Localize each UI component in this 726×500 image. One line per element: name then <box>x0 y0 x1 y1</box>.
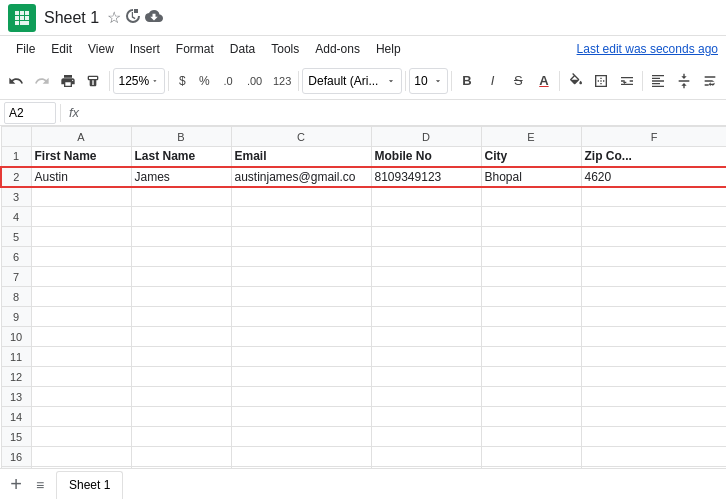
history-icon[interactable] <box>125 8 141 27</box>
cell[interactable] <box>371 287 481 307</box>
cell[interactable] <box>481 347 581 367</box>
cell[interactable] <box>231 367 371 387</box>
menu-data[interactable]: Data <box>222 39 263 59</box>
cell[interactable] <box>481 207 581 227</box>
undo-button[interactable] <box>4 68 29 94</box>
menu-help[interactable]: Help <box>368 39 409 59</box>
cell[interactable] <box>131 307 231 327</box>
cell[interactable]: James <box>131 167 231 187</box>
row-number[interactable]: 16 <box>1 447 31 467</box>
menu-insert[interactable]: Insert <box>122 39 168 59</box>
cell[interactable] <box>31 267 131 287</box>
cell[interactable] <box>371 187 481 207</box>
currency-button[interactable]: $ <box>172 68 193 94</box>
wrap-button[interactable] <box>697 68 722 94</box>
col-header-e[interactable]: E <box>481 127 581 147</box>
row-number[interactable]: 1 <box>1 147 31 167</box>
cell[interactable] <box>371 367 481 387</box>
cell[interactable] <box>231 447 371 467</box>
cell[interactable] <box>371 207 481 227</box>
borders-button[interactable] <box>589 68 614 94</box>
cell[interactable] <box>581 247 726 267</box>
cell[interactable] <box>231 227 371 247</box>
cell[interactable] <box>131 347 231 367</box>
cloud-save-icon[interactable] <box>145 7 163 28</box>
cell[interactable]: Email <box>231 147 371 167</box>
cell[interactable] <box>31 187 131 207</box>
cell[interactable] <box>231 187 371 207</box>
menu-format[interactable]: Format <box>168 39 222 59</box>
menu-addons[interactable]: Add-ons <box>307 39 368 59</box>
format-number-button[interactable]: 123 <box>269 68 296 94</box>
row-number[interactable]: 10 <box>1 327 31 347</box>
cell[interactable] <box>581 407 726 427</box>
add-sheet-button[interactable]: + <box>4 473 28 497</box>
cell[interactable] <box>481 227 581 247</box>
bold-button[interactable]: B <box>455 68 480 94</box>
row-number[interactable]: 11 <box>1 347 31 367</box>
cell[interactable] <box>31 347 131 367</box>
zoom-selector[interactable]: 125% <box>113 68 165 94</box>
cell[interactable] <box>481 327 581 347</box>
merge-cells-button[interactable] <box>615 68 640 94</box>
cell[interactable] <box>481 247 581 267</box>
cell[interactable] <box>581 347 726 367</box>
row-number[interactable]: 9 <box>1 307 31 327</box>
cell-reference[interactable]: A2 <box>4 102 56 124</box>
font-selector[interactable]: Default (Ari... <box>302 68 402 94</box>
cell[interactable] <box>131 267 231 287</box>
cell[interactable] <box>31 327 131 347</box>
cell[interactable] <box>131 227 231 247</box>
col-header-c[interactable]: C <box>231 127 371 147</box>
fill-color-button[interactable] <box>563 68 588 94</box>
row-number[interactable]: 15 <box>1 427 31 447</box>
cell[interactable] <box>231 307 371 327</box>
cell[interactable]: City <box>481 147 581 167</box>
cell[interactable]: First Name <box>31 147 131 167</box>
row-number[interactable]: 8 <box>1 287 31 307</box>
row-number[interactable]: 5 <box>1 227 31 247</box>
cell[interactable]: Austin <box>31 167 131 187</box>
row-number[interactable]: 12 <box>1 367 31 387</box>
cell[interactable] <box>231 247 371 267</box>
decimal-less-button[interactable]: .0 <box>216 68 241 94</box>
cell[interactable] <box>31 387 131 407</box>
cell[interactable] <box>581 367 726 387</box>
cell[interactable] <box>371 387 481 407</box>
row-number[interactable]: 2 <box>1 167 31 187</box>
cell[interactable] <box>481 387 581 407</box>
cell[interactable] <box>581 227 726 247</box>
cell[interactable] <box>581 187 726 207</box>
menu-edit[interactable]: Edit <box>43 39 80 59</box>
cell[interactable] <box>31 447 131 467</box>
cell[interactable] <box>231 407 371 427</box>
cell[interactable] <box>581 427 726 447</box>
row-number[interactable]: 4 <box>1 207 31 227</box>
cell[interactable] <box>371 267 481 287</box>
col-header-b[interactable]: B <box>131 127 231 147</box>
cell[interactable] <box>371 307 481 327</box>
col-header-a[interactable]: A <box>31 127 131 147</box>
cell[interactable] <box>131 207 231 227</box>
cell[interactable] <box>371 447 481 467</box>
cell[interactable] <box>581 287 726 307</box>
cell[interactable] <box>581 447 726 467</box>
cell[interactable] <box>371 347 481 367</box>
cell[interactable] <box>581 387 726 407</box>
row-number[interactable]: 6 <box>1 247 31 267</box>
cell[interactable] <box>131 327 231 347</box>
redo-button[interactable] <box>30 68 55 94</box>
cell[interactable] <box>231 347 371 367</box>
cell[interactable] <box>371 227 481 247</box>
cell[interactable]: 4620 <box>581 167 726 187</box>
cell[interactable] <box>31 207 131 227</box>
cell[interactable] <box>481 307 581 327</box>
cell[interactable]: Mobile No <box>371 147 481 167</box>
menu-view[interactable]: View <box>80 39 122 59</box>
menu-tools[interactable]: Tools <box>263 39 307 59</box>
col-header-d[interactable]: D <box>371 127 481 147</box>
strikethrough-button[interactable]: S <box>506 68 531 94</box>
cell[interactable] <box>371 407 481 427</box>
cell[interactable] <box>231 427 371 447</box>
cell[interactable] <box>481 187 581 207</box>
